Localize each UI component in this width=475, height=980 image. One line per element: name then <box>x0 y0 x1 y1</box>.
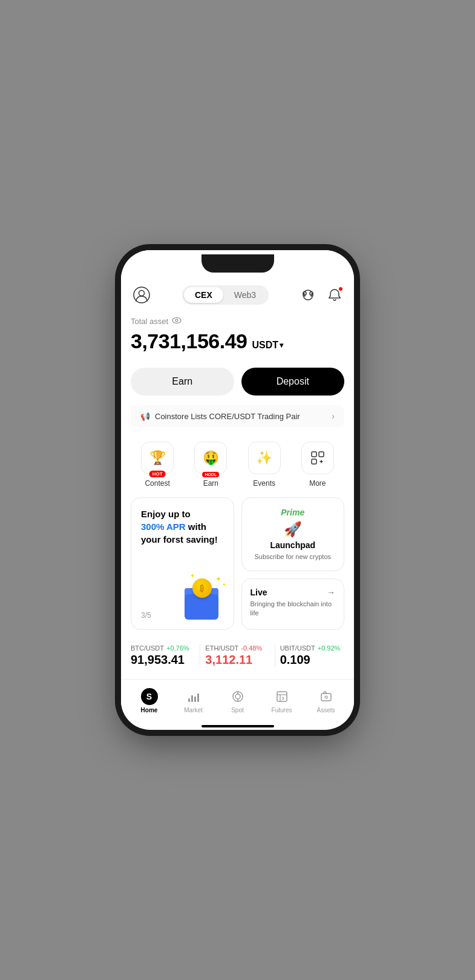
btc-price: 91,953.41 <box>131 653 195 667</box>
rocket-icon: 🚀 <box>284 521 302 538</box>
home-bar <box>201 725 274 727</box>
quick-link-more[interactable]: More <box>301 442 334 488</box>
eth-change: -0.48% <box>241 644 262 652</box>
svg-point-6 <box>175 319 178 322</box>
ticker-divider-1 <box>200 644 200 667</box>
tab-cex[interactable]: CEX <box>184 287 223 303</box>
notification-icon[interactable] <box>325 285 344 305</box>
eth-price: 3,112.11 <box>205 653 269 667</box>
asset-amount: 3,731,156.49 USDT ▾ <box>131 329 344 353</box>
app-content: CEX Web3 <box>121 277 354 679</box>
megaphone-icon: 📢 <box>140 412 150 421</box>
ticker-ubit[interactable]: UBIT/USDT +0.92% 0.109 <box>280 644 344 667</box>
svg-rect-8 <box>319 452 324 457</box>
ticker-btc[interactable]: BTC/USDT +0.76% 91,953.41 <box>131 644 195 667</box>
hot-badge: HOT <box>149 471 166 477</box>
svg-rect-9 <box>312 459 316 464</box>
btc-pair: BTC/USDT <box>131 644 164 652</box>
spot-label: Spot <box>231 707 244 713</box>
market-label: Market <box>184 707 203 713</box>
quick-link-earn[interactable]: 🤑 HODL Earn <box>194 442 227 488</box>
launchpad-subtitle: Subscribe for new cryptos <box>254 552 331 561</box>
svg-point-24 <box>325 696 327 698</box>
svg-rect-13 <box>191 695 193 702</box>
quick-link-contest[interactable]: 🏆 HOT Contest <box>141 442 174 488</box>
tickers-section: BTC/USDT +0.76% 91,953.41 ETH/USDT -0.48… <box>121 640 354 677</box>
header-right <box>298 285 344 305</box>
card-bottom: 3/5 ₿ ✦ ✦ ✦ <box>141 577 224 620</box>
live-header: Live → <box>251 588 336 597</box>
nav-home[interactable]: S Home <box>127 688 171 713</box>
svg-point-1 <box>139 291 145 296</box>
contest-icon: 🏆 HOT <box>141 442 174 474</box>
svg-rect-12 <box>188 698 190 702</box>
assets-label: Assets <box>316 707 335 713</box>
support-icon[interactable] <box>298 285 318 305</box>
earn-button[interactable]: Earn <box>131 368 234 396</box>
svg-rect-15 <box>197 694 199 702</box>
notch <box>201 254 274 273</box>
live-title: Live <box>251 588 267 597</box>
total-asset-label: Total asset <box>131 316 344 327</box>
nav-spot[interactable]: Spot <box>215 688 260 713</box>
svg-rect-23 <box>321 694 331 701</box>
hodl-badge: HODL <box>202 472 219 477</box>
ubit-pair: UBIT/USDT <box>280 644 315 652</box>
quick-link-events[interactable]: ✨ Events <box>248 442 281 488</box>
phone-frame: CEX Web3 <box>121 250 354 730</box>
savings-text: Enjoy up to 300% APR with your forst sav… <box>141 508 224 546</box>
page-indicator: 3/5 <box>141 611 151 620</box>
notification-dot <box>338 286 343 291</box>
ticker-divider-2 <box>275 644 275 667</box>
apr-highlight: 300% APR <box>141 521 186 532</box>
asset-number: 3,731,156.49 <box>131 329 247 353</box>
wallet-illustration: ₿ ✦ ✦ ✦ <box>182 577 224 620</box>
profile-icon[interactable] <box>131 284 152 306</box>
svg-point-5 <box>172 318 181 323</box>
svg-point-17 <box>235 694 240 699</box>
assets-icon <box>318 688 335 705</box>
savings-card[interactable]: Enjoy up to 300% APR with your forst sav… <box>131 497 234 630</box>
launchpad-title: Launchpad <box>270 540 315 550</box>
live-arrow-icon: → <box>327 588 335 597</box>
announcement-text: Coinstore Lists CORE/USDT Trading Pair <box>155 412 300 421</box>
cards-section: Enjoy up to 300% APR with your forst sav… <box>121 497 354 640</box>
events-label: Events <box>253 479 275 488</box>
earn-icon: 🤑 HODL <box>194 442 227 474</box>
eye-icon[interactable] <box>172 316 182 327</box>
bottom-nav: S Home Market <box>121 679 354 721</box>
more-label: More <box>309 479 326 488</box>
header-tabs: CEX Web3 <box>182 285 269 305</box>
live-card[interactable]: Live → Bringing the blockchain into life <box>241 578 345 630</box>
svg-rect-20 <box>277 692 287 701</box>
status-bar <box>121 250 354 277</box>
svg-rect-14 <box>194 697 196 702</box>
nav-market[interactable]: Market <box>171 688 215 713</box>
header: CEX Web3 <box>121 277 354 311</box>
asset-currency: USDT ▾ <box>252 340 284 351</box>
launchpad-card[interactable]: Prime 🚀 Launchpad Subscribe for new cryp… <box>241 497 345 571</box>
live-subtitle: Bringing the blockchain into life <box>251 600 336 617</box>
contest-label: Contest <box>145 479 169 488</box>
announcement-banner[interactable]: 📢 Coinstore Lists CORE/USDT Trading Pair… <box>131 405 344 427</box>
announcement-content: 📢 Coinstore Lists CORE/USDT Trading Pair <box>140 412 300 421</box>
quick-links: 🏆 HOT Contest 🤑 HODL Earn ✨ Events <box>121 437 354 497</box>
currency-caret[interactable]: ▾ <box>280 341 283 349</box>
prime-label: Prime <box>281 508 304 517</box>
earn-label: Earn <box>203 479 218 488</box>
asset-section: Total asset 3,731,156.49 USDT ▾ <box>121 311 354 363</box>
eth-pair: ETH/USDT <box>205 644 238 652</box>
home-label: Home <box>141 707 158 713</box>
more-icon <box>301 442 334 474</box>
events-icon: ✨ <box>248 442 281 474</box>
nav-futures[interactable]: Futures <box>260 688 304 713</box>
nav-assets[interactable]: Assets <box>304 688 348 713</box>
ubit-change: +0.92% <box>318 644 341 652</box>
tab-web3[interactable]: Web3 <box>223 287 267 303</box>
ticker-eth[interactable]: ETH/USDT -0.48% 3,112.11 <box>205 644 269 667</box>
futures-label: Futures <box>272 707 292 713</box>
deposit-button[interactable]: Deposit <box>241 368 345 396</box>
action-buttons: Earn Deposit <box>121 363 354 405</box>
announcement-arrow: › <box>332 411 335 421</box>
ubit-price: 0.109 <box>280 653 344 667</box>
